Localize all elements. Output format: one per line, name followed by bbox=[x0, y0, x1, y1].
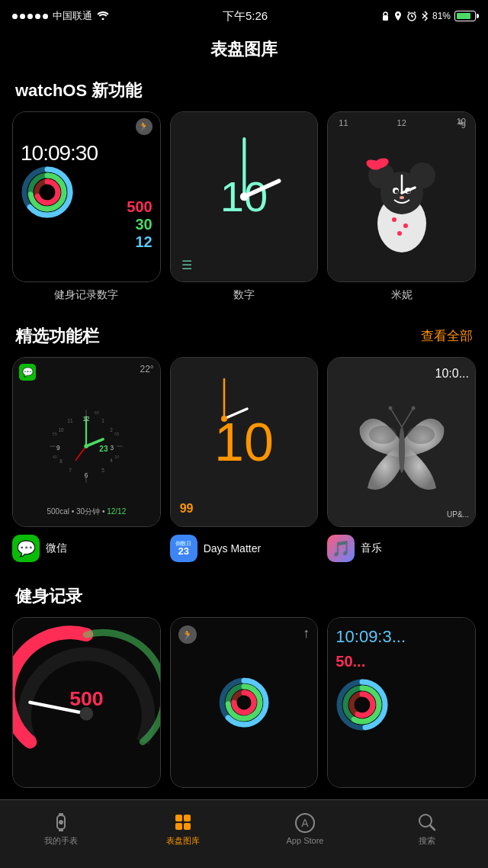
svg-text:5: 5 bbox=[102, 468, 105, 473]
tab-my-watch[interactable]: 我的手表 bbox=[0, 812, 122, 847]
app-item-days[interactable]: 倒数日 23 Days Matter bbox=[170, 535, 319, 562]
svg-text:11: 11 bbox=[68, 417, 74, 423]
card-butterfly[interactable]: 10:0... UP&... bbox=[327, 357, 476, 528]
svg-line-66 bbox=[402, 408, 413, 427]
wechat-app-name: 微信 bbox=[46, 542, 67, 555]
status-left: 中国联通 bbox=[12, 9, 109, 23]
watch-face-utility: 💬 22° bbox=[12, 357, 161, 528]
svg-point-64 bbox=[399, 427, 405, 473]
featured-cards-row: 💬 22° bbox=[0, 357, 488, 528]
svg-point-52 bbox=[85, 444, 89, 448]
minnie-svg bbox=[352, 136, 451, 258]
card-minnie[interactable]: 11 12 ⚘ 10 9 8 bbox=[327, 111, 476, 302]
activity-time: 10:09:30 bbox=[21, 141, 98, 166]
numeral-menu-icon: ☰ bbox=[181, 258, 192, 272]
health-partial-rings bbox=[336, 678, 389, 731]
status-time: 下午5:26 bbox=[223, 9, 268, 24]
utility-clock-svg: 12 3 6 9 1 2 4 5 7 8 10 bbox=[44, 404, 128, 488]
svg-point-25 bbox=[374, 161, 380, 167]
runner-icon: 🏃 bbox=[136, 118, 152, 135]
tab-face-gallery[interactable]: 表盘图库 bbox=[122, 812, 244, 847]
health-num-red: 50... bbox=[336, 653, 467, 670]
carrier-label: 中国联通 bbox=[53, 9, 92, 23]
section-title-featured: 精选功能栏 bbox=[15, 325, 99, 348]
health-card-2[interactable]: 🏃 ↑ bbox=[170, 617, 319, 788]
svg-text:9: 9 bbox=[56, 444, 60, 451]
svg-point-63 bbox=[407, 426, 435, 444]
svg-rect-88 bbox=[175, 815, 182, 821]
svg-line-60 bbox=[224, 409, 247, 419]
svg-point-30 bbox=[400, 196, 404, 199]
signal-dots bbox=[12, 14, 48, 19]
page-title: 表盘图库 bbox=[0, 31, 488, 72]
wechat-top-icon: 💬 bbox=[19, 364, 36, 381]
svg-text:A: A bbox=[301, 817, 309, 829]
svg-text:4: 4 bbox=[111, 458, 114, 463]
health-cards-row: 500 🏃 ↑ bbox=[0, 617, 488, 788]
music-app-name: 音乐 bbox=[361, 542, 382, 555]
svg-rect-89 bbox=[184, 815, 191, 821]
tab-label-gallery: 表盘图库 bbox=[166, 835, 200, 847]
lock-icon bbox=[381, 11, 390, 21]
svg-text:6: 6 bbox=[85, 472, 88, 479]
card-activity[interactable]: 🏃 10:09:30 bbox=[12, 111, 161, 302]
music-app-icon: 🎵 bbox=[327, 535, 355, 562]
butterfly-uptext: UP&... bbox=[447, 510, 469, 519]
svg-point-61 bbox=[221, 416, 227, 422]
tab-label-watch: 我的手表 bbox=[44, 835, 78, 847]
days-app-icon: 倒数日 23 bbox=[170, 535, 197, 562]
tab-bar: 我的手表 表盘图库 A App Store 搜索 bbox=[0, 799, 488, 868]
activity-stats: 500 30 12 bbox=[127, 198, 152, 251]
svg-line-5 bbox=[408, 12, 409, 14]
svg-point-68 bbox=[411, 406, 415, 410]
battery-percent: 81% bbox=[432, 11, 451, 21]
svg-rect-85 bbox=[59, 813, 63, 816]
card-label-minnie: 米妮 bbox=[391, 288, 413, 302]
svg-line-14 bbox=[244, 181, 278, 197]
location-icon bbox=[393, 11, 403, 21]
svg-point-15 bbox=[239, 192, 248, 201]
section-header-featured: 精选功能栏 查看全部 bbox=[0, 317, 488, 357]
utility-footer: 500cal • 30分钟 • 12/12 bbox=[19, 506, 154, 520]
svg-text:3: 3 bbox=[111, 444, 114, 451]
tab-watch-icon bbox=[50, 812, 72, 833]
watch-face-minnie: 11 12 ⚘ 10 9 8 bbox=[327, 111, 476, 282]
watch-face-activity: 🏃 10:09:30 bbox=[12, 111, 161, 282]
card-label-numeral: 数字 bbox=[233, 288, 255, 302]
svg-point-67 bbox=[388, 406, 392, 410]
days-counter: 99 bbox=[180, 502, 194, 516]
svg-rect-86 bbox=[59, 828, 63, 831]
watchos-cards-row: 🏃 10:09:30 bbox=[0, 111, 488, 302]
svg-point-19 bbox=[397, 231, 402, 236]
health-rings-svg bbox=[217, 676, 271, 729]
utility-clock: 12 3 6 9 1 2 4 5 7 8 10 bbox=[19, 385, 154, 507]
bluetooth-icon bbox=[421, 11, 429, 21]
card-days-matter[interactable]: 10 99 bbox=[170, 357, 319, 528]
numeral-clock-svg bbox=[171, 112, 318, 281]
tab-appstore-icon: A bbox=[294, 812, 316, 834]
svg-point-28 bbox=[394, 189, 398, 193]
app-item-music[interactable]: 🎵 音乐 bbox=[327, 535, 476, 562]
tab-app-store[interactable]: A App Store bbox=[244, 812, 366, 845]
card-numeral[interactable]: 10 ☰ 数字 bbox=[170, 111, 319, 302]
health-runner-icon: 🏃 bbox=[178, 625, 197, 644]
card-wechat[interactable]: 💬 22° bbox=[12, 357, 161, 528]
health-card-1[interactable]: 500 bbox=[12, 617, 161, 788]
svg-text:8: 8 bbox=[60, 458, 63, 464]
app-item-wechat[interactable]: 💬 微信 bbox=[12, 535, 161, 562]
tab-label-search: 搜索 bbox=[419, 835, 435, 847]
watch-face-days: 10 99 bbox=[170, 357, 319, 528]
section-link-featured[interactable]: 查看全部 bbox=[421, 327, 473, 345]
svg-point-17 bbox=[392, 217, 396, 222]
health-card-3[interactable]: 10:09:3... 50... bbox=[327, 617, 476, 788]
tab-label-appstore: App Store bbox=[287, 836, 324, 845]
tab-search[interactable]: 搜索 bbox=[366, 812, 488, 847]
section-featured: 精选功能栏 查看全部 💬 22° bbox=[0, 317, 488, 578]
status-right: 81% bbox=[381, 11, 476, 21]
app-row: 💬 微信 倒数日 23 Days Matter 🎵 音乐 bbox=[0, 527, 488, 562]
battery-container bbox=[454, 11, 476, 21]
svg-point-87 bbox=[59, 820, 63, 825]
svg-text:7: 7 bbox=[69, 468, 72, 473]
svg-text:40: 40 bbox=[53, 454, 57, 458]
section-title-watchos: watchOS 新功能 bbox=[15, 79, 142, 102]
